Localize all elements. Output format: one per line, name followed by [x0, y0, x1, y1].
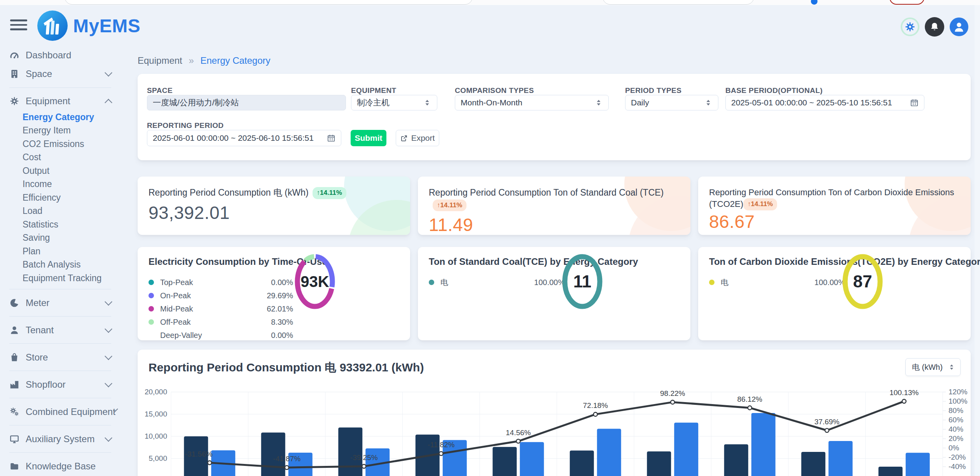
legend-name: 电	[440, 277, 448, 288]
space-label: SPACE	[147, 86, 173, 95]
export-button[interactable]: Export	[396, 130, 439, 146]
sidebar-divider	[0, 421, 119, 430]
svg-text:15,000: 15,000	[145, 410, 167, 418]
reporting-period-input[interactable]: 2025-06-01 00:00:00 ~ 2025-06-10 15:56:5…	[147, 130, 341, 146]
sidebar-subitem-efficiency[interactable]: Efficiency	[0, 191, 119, 205]
sidebar-divider	[0, 394, 119, 402]
notification-bell-icon[interactable]	[925, 17, 944, 37]
period-types-select[interactable]: Daily	[625, 95, 718, 110]
legend-item-[interactable]: 电100.00%	[709, 276, 845, 289]
page-scrollbar[interactable]	[975, 5, 980, 476]
sidebar-item-auxiliary-system[interactable]: Auxiliary System	[0, 430, 119, 448]
space-input[interactable]: 一度城/公用动力/制冷站	[147, 95, 346, 110]
svg-text:80%: 80%	[949, 406, 963, 415]
sidebar-item-shopfloor[interactable]: Shopfloor	[0, 375, 119, 394]
comparison-types-select[interactable]: Month-On-Month	[455, 95, 609, 110]
equipment-select[interactable]: 制冷主机	[351, 95, 437, 110]
legend-item-on-peak[interactable]: On-Peak29.69%	[148, 289, 293, 302]
chevron-down-icon	[105, 352, 112, 360]
chevron-down-icon	[105, 298, 112, 306]
sidebar-divider	[0, 367, 119, 375]
monitor-icon	[9, 434, 19, 444]
summary-card-value: 11.49	[429, 214, 680, 235]
consumption-chart-card: Reporting Period Consumption 电 93392.01 …	[138, 350, 971, 476]
sidebar-subitem-batch-analysis[interactable]: Batch Analysis	[0, 258, 119, 272]
legend-dot-icon	[429, 280, 434, 285]
browser-bar-artifact	[603, 0, 754, 5]
legend-item-mid-peak[interactable]: Mid-Peak62.01%	[148, 302, 293, 315]
stepper-icon	[423, 98, 431, 107]
legend-item-[interactable]: 电100.00%	[429, 276, 565, 289]
sidebar-subitem-energy-category[interactable]: Energy Category	[0, 110, 119, 124]
myems-logo-icon	[37, 10, 68, 41]
donut-card-tco2e: Ton of Carbon Dioxide Emissions(TCO2E) b…	[698, 247, 971, 340]
sidebar-subitem-equipment-tracking[interactable]: Equipment Tracking	[0, 271, 119, 285]
sidebar-subitem-co2-emissions[interactable]: CO2 Emissions	[0, 137, 119, 151]
settings-gear-icon[interactable]	[901, 18, 919, 36]
change-badge: ↑14.11%	[433, 200, 466, 212]
sidebar-item-knowledge-base[interactable]: Knowledge Base	[0, 457, 119, 476]
svg-text:-40%: -40%	[949, 462, 966, 471]
user-avatar-icon[interactable]	[950, 18, 968, 36]
browser-extension-icon	[811, 0, 818, 5]
legend-name: Off-Peak	[160, 318, 191, 327]
svg-text:-39.25%: -39.25%	[350, 453, 378, 462]
svg-text:-31.56%: -31.56%	[185, 450, 213, 458]
svg-text:120%: 120%	[949, 388, 968, 396]
legend-name: Deep-Valley	[160, 331, 202, 340]
submit-button[interactable]: Submit	[351, 130, 386, 146]
legend-item-top-peak[interactable]: Top-Peak0.00%	[148, 276, 293, 289]
browser-chrome-strip	[0, 0, 980, 5]
breadcrumb-current[interactable]: Energy Category	[200, 55, 270, 66]
sidebar-subitem-income[interactable]: Income	[0, 178, 119, 191]
export-icon	[400, 135, 408, 142]
sidebar-item-meter[interactable]: Meter	[0, 294, 119, 312]
sidebar-item-equipment[interactable]: Equipment	[0, 92, 119, 110]
sidebar-nav: DashboardSpaceEquipmentEnergy CategoryEn…	[0, 46, 119, 476]
sidebar-subitem-energy-item[interactable]: Energy Item	[0, 124, 119, 138]
browser-pill-artifact	[889, 0, 924, 5]
donut-legend: 电100.00%	[709, 276, 845, 289]
svg-text:20,000: 20,000	[145, 388, 167, 396]
svg-text:5,000: 5,000	[148, 454, 167, 462]
legend-value: 0.00%	[271, 331, 293, 340]
sidebar-subitem-statistics[interactable]: Statistics	[0, 218, 119, 231]
legend-dot-icon	[148, 280, 154, 285]
sidebar-item-tenant[interactable]: Tenant	[0, 321, 119, 340]
svg-text:-41.87%: -41.87%	[273, 455, 300, 463]
legend-name: 电	[721, 277, 728, 288]
sidebar-subitem-plan[interactable]: Plan	[0, 245, 119, 258]
legend-item-off-peak[interactable]: Off-Peak8.30%	[148, 315, 293, 329]
period-types-value: Daily	[631, 98, 704, 107]
sidebar-item-dashboard[interactable]: Dashboard	[0, 46, 119, 65]
sidebar-item-space[interactable]: Space	[0, 65, 119, 83]
sidebar-subitem-output[interactable]: Output	[0, 164, 119, 178]
consumption-bar-line-chart[interactable]: 20,00015,00010,0005,000120%100%80%60%40%…	[138, 350, 971, 476]
sidebar-item-store[interactable]: Store	[0, 348, 119, 367]
legend-name: Mid-Peak	[160, 304, 193, 313]
svg-text:100.13%: 100.13%	[889, 388, 919, 397]
equipment-label: EQUIPMENT	[351, 86, 397, 95]
donut-legend: 电100.00%	[429, 276, 565, 289]
brand-logo[interactable]: MyEMS	[37, 10, 140, 41]
folder-icon	[9, 461, 19, 471]
browser-bar-artifact	[65, 0, 473, 5]
chevron-down-icon	[105, 325, 112, 333]
breadcrumb-parent[interactable]: Equipment	[138, 55, 182, 66]
legend-dot-icon	[709, 280, 714, 285]
sidebar-item-combined-equipment[interactable]: Combined Equipment	[0, 402, 119, 421]
sidebar-subitem-load[interactable]: Load	[0, 205, 119, 218]
base-period-input[interactable]: 2025-05-01 00:00:00 ~ 2025-05-10 15:56:5…	[725, 95, 924, 110]
svg-text:40%: 40%	[949, 425, 963, 433]
legend-dot-icon	[148, 319, 154, 325]
sidebar-toggle-button[interactable]	[10, 19, 27, 32]
donut-center-value: 87	[842, 253, 883, 310]
donut-chart-tce: 11	[562, 253, 603, 310]
base-period-value: 2025-05-01 00:00:00 ~ 2025-05-10 15:56:5…	[731, 98, 910, 107]
legend-item-deep-valley[interactable]: Deep-Valley0.00%	[148, 329, 293, 342]
sidebar-subitem-saving[interactable]: Saving	[0, 231, 119, 245]
sidebar-divider	[0, 312, 119, 321]
legend-name: On-Peak	[160, 291, 191, 300]
reporting-period-label: REPORTING PERIOD	[147, 121, 224, 130]
sidebar-subitem-cost[interactable]: Cost	[0, 151, 119, 164]
